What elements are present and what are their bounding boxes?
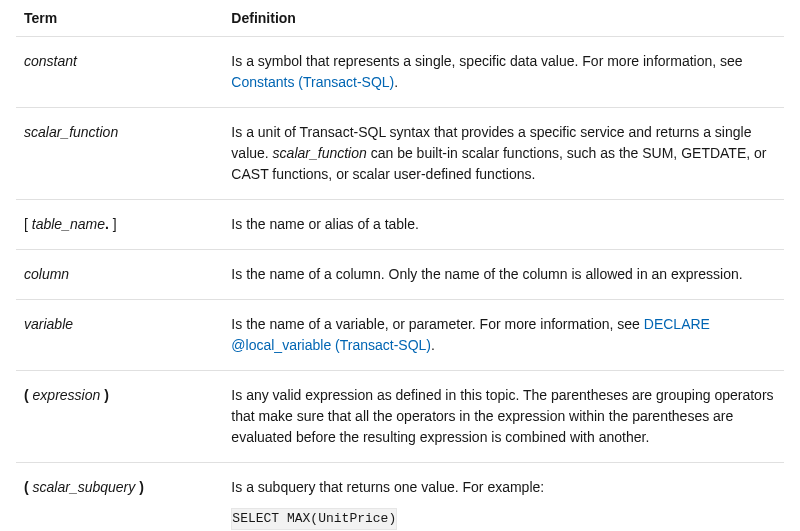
term-table-name: table_name — [32, 216, 105, 232]
header-term: Term — [16, 0, 223, 37]
term-constant: constant — [24, 53, 77, 69]
term-paren-open: ( — [24, 479, 33, 495]
definition-cell: Is a symbol that represents a single, sp… — [223, 37, 784, 108]
term-cell: ( scalar_subquery ) — [16, 463, 223, 532]
table-row: variable Is the name of a variable, or p… — [16, 300, 784, 371]
term-paren-close: ) — [100, 387, 109, 403]
table-row: scalar_function Is a unit of Transact-SQ… — [16, 108, 784, 200]
term-column: column — [24, 266, 69, 282]
term-cell: [ table_name. ] — [16, 200, 223, 250]
term-cell: constant — [16, 37, 223, 108]
term-scalar-subquery: scalar_subquery — [33, 479, 136, 495]
term-variable: variable — [24, 316, 73, 332]
table-row: constant Is a symbol that represents a s… — [16, 37, 784, 108]
term-cell: variable — [16, 300, 223, 371]
definitions-table: Term Definition constant Is a symbol tha… — [16, 0, 784, 531]
definition-cell: Is the name or alias of a table. — [223, 200, 784, 250]
definition-italic: scalar_function — [273, 145, 367, 161]
link-constants[interactable]: Constants (Transact-SQL) — [231, 74, 394, 90]
table-row: [ table_name. ] Is the name or alias of … — [16, 200, 784, 250]
definition-text: Is a subquery that returns one value. Fo… — [231, 479, 544, 495]
term-paren-close: ) — [135, 479, 144, 495]
term-cell: ( expression ) — [16, 371, 223, 463]
table-row: column Is the name of a column. Only the… — [16, 250, 784, 300]
definition-cell: Is a unit of Transact-SQL syntax that pr… — [223, 108, 784, 200]
term-bracket-close: ] — [109, 216, 117, 232]
definition-cell: Is the name of a variable, or parameter.… — [223, 300, 784, 371]
table-row: ( expression ) Is any valid expression a… — [16, 371, 784, 463]
term-bracket-open: [ — [24, 216, 32, 232]
table-row: ( scalar_subquery ) Is a subquery that r… — [16, 463, 784, 532]
definition-text: Is the name of a column. Only the name o… — [231, 266, 742, 282]
definition-suffix: . — [431, 337, 435, 353]
definition-cell: Is the name of a column. Only the name o… — [223, 250, 784, 300]
code-sample-select: SELECT MAX(UnitPrice) — [231, 508, 397, 530]
definition-cell: Is a subquery that returns one value. Fo… — [223, 463, 784, 532]
definition-text: Is the name of a variable, or parameter.… — [231, 316, 643, 332]
term-expression: expression — [33, 387, 101, 403]
definition-suffix: . — [394, 74, 398, 90]
term-paren-open: ( — [24, 387, 33, 403]
term-scalar-function: scalar_function — [24, 124, 118, 140]
term-cell: column — [16, 250, 223, 300]
table-header-row: Term Definition — [16, 0, 784, 37]
definition-text: Is the name or alias of a table. — [231, 216, 419, 232]
header-definition: Definition — [223, 0, 784, 37]
definition-cell: Is any valid expression as defined in th… — [223, 371, 784, 463]
definition-text: Is a symbol that represents a single, sp… — [231, 53, 742, 69]
term-cell: scalar_function — [16, 108, 223, 200]
definition-text: Is any valid expression as defined in th… — [231, 387, 773, 445]
